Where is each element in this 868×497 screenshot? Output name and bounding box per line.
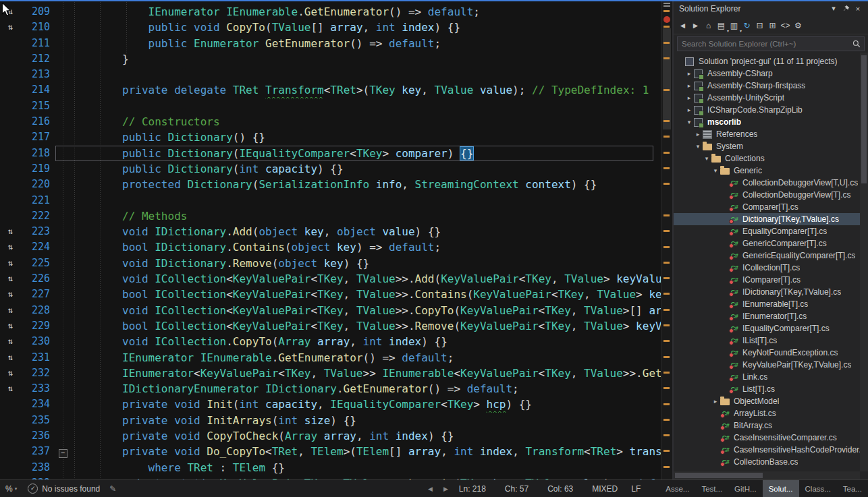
- switch-views-icon[interactable]: ▤▾: [715, 19, 728, 32]
- tree-item[interactable]: C#CaseInsensitiveComparer.cs: [674, 432, 868, 444]
- implements-arrows-icon[interactable]: ⇅: [0, 318, 20, 334]
- tree-item[interactable]: ▸ICSharpCode.SharpZipLib: [674, 104, 868, 116]
- code-editor[interactable]: ⇅209 IEnumerator IEnumerable.GetEnumerat…: [0, 0, 672, 479]
- tree-item[interactable]: C#IEqualityComparer[T].cs: [674, 322, 868, 334]
- back-icon[interactable]: ◄: [676, 19, 689, 32]
- tree-horizontal-scrollbar[interactable]: [674, 471, 860, 479]
- implements-arrows-icon[interactable]: ⇅: [0, 381, 20, 397]
- nav-forward-icon[interactable]: ▶: [443, 486, 448, 492]
- implements-arrows-icon[interactable]: ⇅: [0, 239, 20, 255]
- tree-item[interactable]: ▸Assembly-UnityScript: [674, 92, 868, 104]
- code-line[interactable]: 215: [0, 98, 672, 114]
- code-line[interactable]: 216 // Constructors: [0, 114, 672, 129]
- scrollbar-thumb[interactable]: [675, 473, 763, 478]
- code-line[interactable]: 217 public Dictionary() {}: [0, 129, 672, 145]
- refresh-icon[interactable]: ↻: [740, 19, 753, 32]
- chevron-right-icon[interactable]: ▸: [685, 94, 693, 101]
- code-line[interactable]: ⇅226 void ICollection<KeyValuePair<TKey,…: [0, 271, 672, 287]
- implements-arrows-icon[interactable]: ⇅: [0, 366, 20, 381]
- tree-item[interactable]: C#GenericEqualityComparer[T].cs: [674, 250, 868, 262]
- code-line[interactable]: ⇅225 void IDictionary.Remove(object key)…: [0, 256, 672, 271]
- code-line[interactable]: 213: [0, 67, 672, 82]
- tree-item[interactable]: ▸Assembly-CSharp-firstpass: [674, 80, 868, 92]
- tree-item[interactable]: C#BitArray.cs: [674, 419, 868, 432]
- implements-arrows-icon[interactable]: ⇅: [0, 303, 20, 318]
- filter-icon[interactable]: ▥▾: [728, 19, 740, 32]
- tree-item[interactable]: C#KeyNotFoundException.cs: [674, 347, 868, 359]
- tree-item[interactable]: C#Dictionary[TKey,TValue].cs: [674, 213, 868, 225]
- code-line[interactable]: ⇅209 IEnumerator IEnumerable.GetEnumerat…: [0, 4, 672, 20]
- search-input[interactable]: [677, 36, 865, 51]
- code-line[interactable]: 212 }: [0, 51, 672, 67]
- chevron-down-icon[interactable]: ▾: [685, 119, 693, 125]
- implements-arrows-icon[interactable]: ⇅: [0, 224, 20, 239]
- chevron-right-icon[interactable]: ▸: [685, 107, 693, 113]
- tree-item[interactable]: C#Link.cs: [674, 371, 868, 383]
- code-line[interactable]: 211 public Enumerator GetEnumerator() =>…: [0, 36, 672, 51]
- tree-item[interactable]: C#IComparer[T].cs: [674, 274, 868, 286]
- code-line[interactable]: ⇅223 void IDictionary.Add(object key, ob…: [0, 224, 672, 239]
- tree-item[interactable]: C#CaseInsensitiveHashCodeProvider.cs: [674, 444, 868, 456]
- home-icon[interactable]: ⌂: [702, 19, 715, 32]
- tree-item[interactable]: ▾mscorlib: [674, 116, 868, 128]
- tool-window-tab[interactable]: GitH...: [728, 480, 763, 497]
- tree-item[interactable]: ▾Generic: [674, 165, 868, 177]
- code-line[interactable]: 214 private delegate TRet Transform<TRet…: [0, 82, 672, 98]
- chevron-right-icon[interactable]: ▸: [694, 131, 702, 138]
- code-line[interactable]: ⇅210 public void CopyTo(TValue[] array, …: [0, 20, 672, 35]
- code-line[interactable]: 222 // Methods: [0, 208, 672, 224]
- zoom-control[interactable]: % ▾: [5, 484, 17, 494]
- tree-item[interactable]: C#IEnumerator[T].cs: [674, 310, 868, 322]
- code-line[interactable]: 237− private void Do_CopyTo<TRet, TElem>…: [0, 444, 672, 459]
- code-line[interactable]: ⇅227 bool ICollection<KeyValuePair<TKey,…: [0, 287, 672, 302]
- code-line[interactable]: 236 private void CopyToCheck(Array array…: [0, 428, 672, 444]
- implements-arrows-icon[interactable]: ⇅: [0, 350, 20, 366]
- properties-icon[interactable]: ⚙: [792, 19, 805, 32]
- chevron-down-icon[interactable]: ▾: [711, 167, 720, 174]
- forward-icon[interactable]: ►: [689, 19, 702, 32]
- split-grip-icon[interactable]: [663, 3, 670, 4]
- code-line[interactable]: ⇅230 void ICollection.CopyTo(Array array…: [0, 334, 672, 349]
- tree-item[interactable]: C#IDictionary[TKey,TValue].cs: [674, 286, 868, 298]
- chevron-right-icon[interactable]: ▸: [685, 70, 693, 77]
- code-line[interactable]: 221: [0, 193, 672, 208]
- chevron-right-icon[interactable]: ▸: [711, 398, 720, 405]
- tree-item[interactable]: C#CollectionBase.cs: [674, 456, 868, 468]
- tree-item[interactable]: C#IList[T].cs: [674, 334, 868, 347]
- show-all-files-icon[interactable]: ⊞: [766, 19, 779, 32]
- fold-collapse-icon[interactable]: −: [55, 444, 70, 459]
- code-line[interactable]: 218 public Dictionary(IEqualityComparer<…: [0, 146, 672, 161]
- tree-item[interactable]: ▾Collections: [674, 152, 868, 165]
- implements-arrows-icon[interactable]: ⇅: [0, 287, 20, 302]
- tree-item[interactable]: ▸References: [674, 128, 868, 140]
- tree-vertical-scrollbar[interactable]: [860, 53, 868, 471]
- implements-arrows-icon[interactable]: ⇅: [0, 334, 20, 349]
- code-line[interactable]: ⇅228 void ICollection<KeyValuePair<TKey,…: [0, 303, 672, 318]
- tree-item[interactable]: ▸ObjectModel: [674, 395, 868, 407]
- code-line[interactable]: 235 private void InitArrays(int size) {}: [0, 413, 672, 428]
- issues-indicator[interactable]: ✓ No issues found: [28, 484, 100, 494]
- tree-item[interactable]: C#ArrayList.cs: [674, 407, 868, 419]
- tree-item[interactable]: C#ICollection[T].cs: [674, 262, 868, 274]
- chevron-right-icon[interactable]: ▸: [685, 82, 693, 89]
- tree-item[interactable]: C#KeyValuePair[TKey,TValue].cs: [674, 359, 868, 371]
- tree-item[interactable]: C#EqualityComparer[T].cs: [674, 225, 868, 237]
- close-icon[interactable]: ×: [852, 3, 864, 15]
- chevron-down-icon[interactable]: ▾: [703, 155, 711, 162]
- tree-item[interactable]: C#IEnumerable[T].cs: [674, 298, 868, 310]
- tree-item[interactable]: ▸Assembly-CSharp: [674, 67, 868, 80]
- nav-back-icon[interactable]: ◀: [428, 486, 433, 492]
- tool-window-tab[interactable]: Asse...: [659, 480, 695, 497]
- tree-item[interactable]: ▾System: [674, 140, 868, 152]
- code-line[interactable]: 219 public Dictionary(int capacity) {}: [0, 161, 672, 177]
- code-line[interactable]: ⇅229 bool ICollection<KeyValuePair<TKey,…: [0, 318, 672, 334]
- editor-scrollbar[interactable]: [661, 0, 672, 479]
- tree-item[interactable]: C#List[T].cs: [674, 383, 868, 395]
- tool-window-tab[interactable]: Solut...: [763, 480, 799, 497]
- tool-window-tab[interactable]: Test...: [695, 480, 728, 497]
- tree-item[interactable]: C#CollectionDebuggerView[T,U].cs: [674, 177, 868, 189]
- view-code-icon[interactable]: <>: [779, 19, 792, 32]
- collapse-all-icon[interactable]: ⊟: [753, 19, 766, 32]
- code-line[interactable]: ⇅233 IDictionaryEnumerator IDictionary.G…: [0, 381, 672, 397]
- tree-item[interactable]: C#CollectionDebuggerView[T].cs: [674, 189, 868, 201]
